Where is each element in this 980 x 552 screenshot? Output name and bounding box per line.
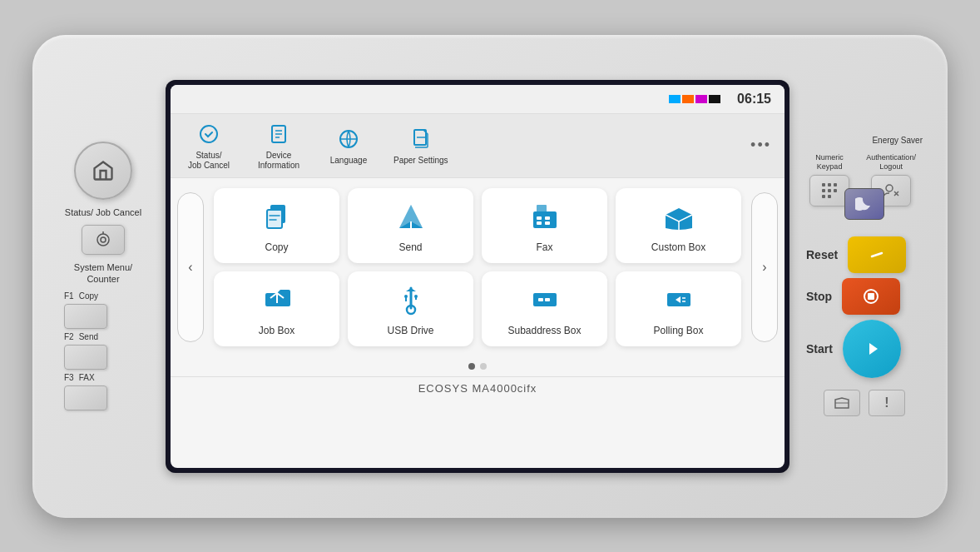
start-button[interactable]: [843, 320, 901, 378]
subaddress-box-icon: [527, 281, 563, 318]
app-grid-container: ‹ Copy: [171, 178, 784, 356]
system-menu-label: System Menu/Counter: [74, 261, 132, 286]
svg-rect-34: [834, 183, 837, 186]
tile-usb-drive-label: USB Drive: [387, 325, 433, 336]
nav-device-info-label: DeviceInformation: [258, 151, 299, 171]
tile-job-box-label: Job Box: [259, 325, 294, 336]
language-icon: [335, 126, 362, 152]
tile-custom-box[interactable]: Custom Box: [616, 188, 741, 263]
fn3-button[interactable]: [64, 385, 107, 410]
fn3-fax-label: FAX: [79, 373, 95, 382]
svg-rect-18: [537, 216, 542, 220]
svg-rect-19: [545, 216, 550, 220]
page-dots: [171, 356, 784, 376]
svg-rect-35: [822, 189, 825, 192]
prev-arrow[interactable]: ‹: [177, 192, 204, 342]
stop-button[interactable]: [842, 278, 900, 315]
reset-button[interactable]: [848, 236, 906, 273]
tile-send-label: Send: [398, 241, 422, 253]
nav-language[interactable]: Language: [324, 126, 374, 166]
svg-point-0: [97, 234, 109, 246]
svg-point-1: [101, 237, 106, 242]
fn1-button[interactable]: [64, 304, 107, 329]
fn1-label: F1: [64, 291, 74, 301]
printer-body: Status/ Job Cancel System Menu/Counter F…: [32, 35, 948, 518]
svg-line-41: [872, 253, 882, 256]
tile-fax-label: Fax: [536, 241, 552, 253]
fn1-copy-label: Copy: [79, 291, 98, 301]
fn-buttons: F1 Copy F2 Send F3 FAX: [57, 291, 149, 410]
svg-rect-37: [834, 189, 837, 192]
svg-rect-38: [822, 195, 825, 198]
tile-subaddress-box[interactable]: Subaddress Box: [482, 271, 607, 346]
numeric-keypad-button[interactable]: [809, 175, 849, 206]
nav-language-label: Language: [330, 156, 368, 166]
magenta-block: [695, 95, 707, 103]
fax-icon: [527, 198, 563, 235]
auth-logout-label: Authentication/ Logout: [859, 153, 923, 172]
tile-job-box[interactable]: Job Box: [214, 271, 339, 346]
fn2-label: F2: [64, 332, 74, 341]
left-panel: Status/ Job Cancel System Menu/Counter F…: [57, 142, 149, 411]
svg-rect-39: [828, 195, 831, 198]
energy-saver-button[interactable]: [844, 188, 884, 220]
energy-saver-label: Energy Saver: [872, 136, 923, 145]
black-block: [709, 95, 720, 103]
screen-container: 06:15 Status/Job Cancel: [166, 80, 789, 473]
svg-rect-36: [828, 189, 831, 192]
model-label: ECOSYS MA4000cifx: [418, 382, 537, 395]
nav-status-label: Status/Job Cancel: [188, 151, 230, 171]
fn3-row: F3 FAX: [64, 373, 95, 382]
fn3-label: F3: [64, 373, 74, 382]
time-display: 06:15: [737, 92, 771, 107]
svg-point-40: [886, 185, 893, 191]
home-button[interactable]: [74, 142, 132, 200]
reset-label: Reset: [806, 248, 838, 261]
tile-custom-box-label: Custom Box: [651, 241, 705, 253]
svg-rect-29: [545, 298, 550, 301]
stop-label: Stop: [806, 290, 832, 303]
svg-point-26: [404, 295, 408, 298]
tile-usb-drive[interactable]: USB Drive: [348, 271, 473, 346]
tile-send[interactable]: Send: [348, 188, 473, 263]
device-info-icon: [265, 121, 292, 147]
system-menu-button[interactable]: [82, 225, 125, 255]
fn2-button[interactable]: [64, 345, 107, 370]
nav-paper-settings-label: Paper Settings: [393, 156, 448, 166]
svg-rect-17: [537, 205, 547, 215]
next-arrow[interactable]: ›: [751, 192, 778, 342]
nav-device-info[interactable]: DeviceInformation: [254, 121, 304, 171]
color-bar: [669, 95, 720, 103]
fn2-send-label: Send: [79, 332, 98, 341]
svg-rect-32: [822, 183, 825, 186]
tile-copy-label: Copy: [265, 241, 288, 253]
svg-rect-28: [538, 298, 543, 301]
svg-rect-43: [868, 293, 874, 300]
copy-icon: [259, 198, 295, 235]
numeric-keypad-label: Numeric Keypad: [806, 153, 853, 172]
svg-point-3: [200, 126, 217, 142]
tile-subaddress-box-label: Subaddress Box: [507, 325, 581, 336]
tile-fax[interactable]: Fax: [482, 188, 607, 263]
forward-icon-button[interactable]: [824, 390, 860, 416]
bottom-icons: !: [806, 390, 923, 416]
cyan-block: [669, 95, 681, 103]
right-panel: Energy Saver Numeric Keypad: [806, 136, 923, 416]
screen-header: 06:15: [171, 85, 784, 114]
start-label: Start: [806, 342, 833, 356]
svg-rect-33: [828, 183, 831, 186]
polling-box-icon: [661, 281, 697, 318]
nav-paper-settings[interactable]: Paper Settings: [393, 126, 448, 166]
svg-rect-20: [537, 221, 542, 225]
alert-icon-button[interactable]: !: [869, 390, 905, 416]
paper-settings-icon: [408, 126, 434, 152]
tile-polling-box-label: Polling Box: [653, 325, 703, 336]
tile-copy[interactable]: Copy: [214, 188, 339, 263]
nav-more-dots[interactable]: •••: [750, 137, 771, 154]
svg-rect-14: [267, 210, 282, 228]
tile-polling-box[interactable]: Polling Box: [616, 271, 741, 346]
job-box-icon: [259, 281, 295, 318]
screen-footer: ECOSYS MA4000cifx: [171, 376, 784, 400]
nav-status-job-cancel[interactable]: Status/Job Cancel: [184, 121, 234, 171]
dot-1: [468, 363, 475, 370]
